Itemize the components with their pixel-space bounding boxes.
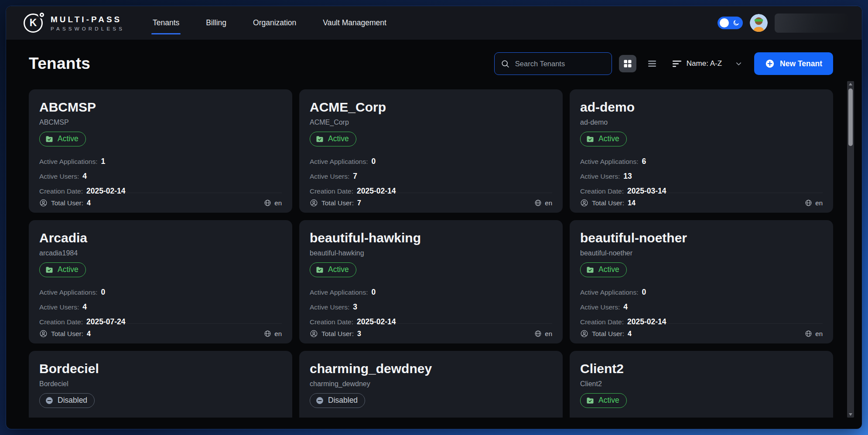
new-tenant-label: New Tenant: [780, 59, 822, 68]
stat-label: Active Users:: [580, 172, 620, 181]
nav-tab-billing[interactable]: Billing: [206, 16, 226, 30]
stat-row: Active Users:7: [310, 171, 552, 181]
globe-icon: [534, 330, 542, 337]
tenant-card[interactable]: ACME_Corp ACME_Corp Active Active Applic…: [299, 89, 563, 213]
locale: en: [805, 199, 823, 207]
folder-check-icon: [586, 265, 595, 274]
user-circle-icon: [39, 330, 48, 338]
total-user-label: Total User:: [592, 199, 624, 207]
avatar-image: [750, 14, 768, 32]
total-user-value: 4: [87, 330, 91, 338]
user-circle-icon: [310, 330, 318, 338]
stat-row: Active Applications:0: [310, 156, 552, 167]
status-badge: Disabled: [310, 393, 365, 408]
tenant-name: Client2: [580, 361, 823, 377]
locale: en: [805, 330, 823, 337]
locale: en: [534, 330, 552, 337]
brand-tagline: PASSWORDLESS: [51, 26, 125, 31]
status-label: Active: [328, 265, 349, 274]
tenant-card[interactable]: charming_dewdney charming_dewdney Disabl…: [299, 351, 563, 418]
globe-icon: [805, 199, 812, 207]
total-user: Total User: 7: [310, 199, 361, 207]
stat-label: Active Applications:: [39, 288, 98, 297]
toolbar: Tenants: [29, 52, 833, 75]
tenant-card[interactable]: Client2 Client2 Active Active Applicatio…: [570, 351, 833, 418]
tenant-name: Bordeciel: [39, 361, 282, 377]
total-user: Total User: 4: [39, 199, 91, 207]
stat-label: Active Users:: [39, 172, 79, 181]
search-input[interactable]: [515, 60, 611, 68]
folder-check-icon: [586, 396, 595, 405]
user-avatar[interactable]: [750, 14, 768, 32]
total-user-value: 4: [87, 199, 91, 207]
stat-value: 4: [82, 171, 87, 181]
scroll-up-arrow-icon[interactable]: [847, 81, 854, 87]
tenant-card[interactable]: ABCMSP ABCMSP Active Active Applications…: [29, 89, 292, 213]
logo-letter: K: [30, 17, 37, 29]
theme-toggle[interactable]: [718, 17, 743, 29]
total-user-label: Total User:: [321, 199, 354, 207]
page-title: Tenants: [29, 54, 90, 73]
nav-tab-organization[interactable]: Organization: [253, 16, 296, 30]
stat-value: 6: [642, 156, 646, 166]
status-label: Disabled: [58, 396, 87, 405]
stat-value: 0: [372, 287, 376, 297]
user-name-redacted: [775, 14, 848, 33]
tenant-name: ABCMSP: [39, 100, 282, 115]
nav-tab-tenants[interactable]: Tenants: [153, 16, 179, 30]
tenant-slug: beautiful-noether: [580, 249, 823, 257]
locale: en: [264, 199, 282, 207]
total-user: Total User: 3: [310, 330, 361, 338]
tenant-card[interactable]: beautiful-hawking beautiful-hawking Acti…: [299, 220, 563, 343]
globe-icon: [805, 330, 812, 337]
sort-label: Name: A-Z: [687, 59, 722, 68]
card-footer: Total User: 4 en: [39, 323, 282, 343]
tenant-stats: Active Applications:0Active Users:3Creat…: [310, 287, 552, 327]
brand-text: MULTI-PASS PASSWORDLESS: [51, 15, 125, 31]
tenant-stats: Active Applications:6Active Users:13Crea…: [580, 156, 823, 196]
sort-dropdown[interactable]: Name: A-Z: [672, 59, 742, 68]
locale-label: en: [274, 199, 282, 207]
stat-row: Active Users:4: [39, 171, 282, 181]
tenant-slug: Bordeciel: [39, 380, 282, 388]
scrollbar-thumb[interactable]: [848, 88, 853, 146]
status-label: Active: [58, 265, 79, 274]
locale-label: en: [545, 330, 552, 337]
stat-row: Active Users:3: [310, 302, 552, 312]
tenant-card[interactable]: Arcadia arcadia1984 Active Active Applic…: [29, 220, 292, 343]
tenant-slug: arcadia1984: [39, 249, 282, 257]
tenant-slug: ACME_Corp: [310, 119, 552, 126]
tenant-slug: charming_dewdney: [310, 380, 552, 388]
minus-circle-icon: [45, 396, 54, 405]
scroll-down-arrow-icon[interactable]: [847, 411, 854, 418]
nav-tab-vault-management[interactable]: Vault Management: [323, 16, 386, 30]
total-user-value: 3: [357, 330, 361, 338]
status-label: Active: [58, 134, 79, 143]
new-tenant-button[interactable]: New Tenant: [754, 52, 833, 75]
tenant-card[interactable]: beautiful-noether beautiful-noether Acti…: [570, 220, 833, 343]
tenant-card[interactable]: ad-demo ad-demo Active Active Applicatio…: [570, 89, 833, 213]
vertical-scrollbar[interactable]: [847, 81, 854, 418]
total-user-label: Total User:: [592, 330, 624, 338]
user-circle-icon: [310, 199, 318, 207]
search-icon: [501, 59, 510, 68]
tenant-name: Arcadia: [39, 231, 282, 246]
list-view-button[interactable]: [643, 55, 661, 72]
folder-check-icon: [45, 265, 54, 274]
status-badge: Active: [580, 262, 627, 277]
status-badge: Active: [39, 262, 86, 277]
tenant-card[interactable]: Bordeciel Bordeciel Disabled Active Appl…: [29, 351, 292, 418]
locale-label: en: [815, 330, 823, 337]
stat-row: Active Users:13: [580, 171, 823, 181]
stat-value: 7: [353, 171, 357, 181]
tenant-slug: ad-demo: [580, 119, 823, 126]
grid-view-button[interactable]: [619, 55, 636, 72]
list-view-icon: [647, 58, 657, 69]
globe-icon: [264, 199, 271, 207]
moon-icon: [732, 19, 740, 27]
logo-degree-mark: [40, 13, 44, 17]
stat-row: Active Applications:0: [310, 287, 552, 297]
stat-label: Active Users:: [310, 172, 349, 181]
stat-value: 13: [623, 171, 632, 181]
stat-label: Active Users:: [39, 302, 79, 312]
